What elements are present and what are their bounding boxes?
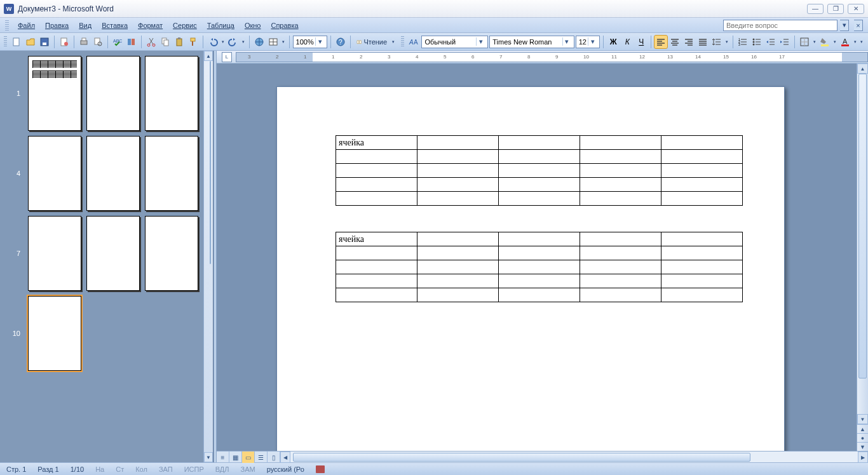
menu-edit[interactable]: Правка xyxy=(41,20,72,30)
table-cell[interactable] xyxy=(580,232,661,246)
table-cell[interactable] xyxy=(661,246,743,260)
highlight-dropdown[interactable]: ▾ xyxy=(832,39,837,44)
undo-button[interactable] xyxy=(207,36,219,48)
font-color-button[interactable]: A xyxy=(839,36,851,48)
table-cell[interactable] xyxy=(661,136,743,150)
status-ovr[interactable]: ЗАМ xyxy=(241,465,255,473)
table-cell[interactable]: ячейка xyxy=(336,232,417,246)
document-table-2[interactable]: ячейка xyxy=(336,232,743,302)
table-cell[interactable] xyxy=(336,150,417,164)
table-cell[interactable] xyxy=(499,246,580,260)
menu-help[interactable]: Справка xyxy=(267,20,302,30)
web-view-button[interactable]: ▦ xyxy=(229,452,242,463)
table-cell[interactable] xyxy=(499,274,580,288)
thumbnail-page[interactable] xyxy=(28,136,81,211)
thumbnail-page[interactable] xyxy=(86,216,140,291)
hscroll-thumb[interactable] xyxy=(293,453,750,462)
table-cell[interactable] xyxy=(580,274,661,288)
next-page-icon[interactable]: ▼ xyxy=(857,442,868,451)
restore-button[interactable]: ❐ xyxy=(827,4,844,14)
font-size-combo[interactable]: 12▾ xyxy=(576,36,600,48)
align-justify-button[interactable] xyxy=(696,36,709,48)
status-trk[interactable]: ИСПР xyxy=(184,465,204,473)
table-cell[interactable] xyxy=(661,192,743,206)
menu-view[interactable]: Вид xyxy=(75,20,95,30)
table-cell[interactable] xyxy=(661,164,743,178)
toolbar-grip-1[interactable] xyxy=(4,36,7,48)
format-painter-button[interactable] xyxy=(187,36,200,48)
scroll-up-icon[interactable]: ▲ xyxy=(857,64,868,74)
table-cell[interactable] xyxy=(661,288,743,302)
table-cell[interactable]: ячейка xyxy=(336,136,417,150)
table-cell[interactable] xyxy=(417,260,499,274)
styles-pane-button[interactable]: AA xyxy=(407,36,420,48)
outline-view-button[interactable]: ☰ xyxy=(255,452,268,463)
table-cell[interactable] xyxy=(661,232,743,246)
table-cell[interactable] xyxy=(580,178,661,192)
thumbnail-page[interactable] xyxy=(145,56,198,131)
align-center-button[interactable] xyxy=(668,36,681,48)
underline-button[interactable]: Ч xyxy=(635,36,648,48)
table-cell[interactable] xyxy=(417,164,499,178)
scroll-up-icon[interactable]: ▲ xyxy=(204,51,213,61)
scroll-left-icon[interactable]: ◀ xyxy=(280,452,290,463)
document-canvas[interactable]: ячейка ячейка xyxy=(217,64,857,451)
scroll-down-icon[interactable]: ▼ xyxy=(204,452,213,462)
table-cell[interactable] xyxy=(580,164,661,178)
menu-file[interactable]: Файл xyxy=(14,20,39,30)
ask-dropdown[interactable]: ▾ xyxy=(840,20,849,31)
table-cell[interactable] xyxy=(661,178,743,192)
print-button[interactable] xyxy=(78,36,90,48)
scroll-down-icon[interactable]: ▼ xyxy=(857,414,868,424)
spellcheck-button[interactable]: ABC xyxy=(111,36,124,48)
vscroll-thumb[interactable] xyxy=(858,74,867,378)
save-button[interactable] xyxy=(38,36,51,48)
table-cell[interactable] xyxy=(580,246,661,260)
table-cell[interactable] xyxy=(661,274,743,288)
table-cell[interactable] xyxy=(499,164,580,178)
bold-button[interactable]: Ж xyxy=(607,36,620,48)
font-combo[interactable]: Times New Roman▾ xyxy=(489,36,574,48)
research-button[interactable] xyxy=(125,36,138,48)
table-cell[interactable] xyxy=(336,260,417,274)
thumbnail-page[interactable] xyxy=(28,56,81,131)
tab-selector-button[interactable]: L xyxy=(222,52,232,62)
table-cell[interactable] xyxy=(336,246,417,260)
table-cell[interactable] xyxy=(499,288,580,302)
table-cell[interactable] xyxy=(580,288,661,302)
italic-button[interactable]: К xyxy=(621,36,634,48)
close-doc-button[interactable]: × xyxy=(854,20,863,31)
prev-page-icon[interactable]: ▲ xyxy=(857,424,868,433)
spell-status-icon[interactable] xyxy=(316,465,325,473)
table-cell[interactable] xyxy=(417,192,499,206)
menu-table[interactable]: Таблица xyxy=(203,20,238,30)
table-cell[interactable] xyxy=(417,178,499,192)
status-rec[interactable]: ЗАП xyxy=(159,465,173,473)
status-ext[interactable]: ВДЛ xyxy=(215,465,229,473)
style-combo[interactable]: Обычный▾ xyxy=(421,36,488,48)
font-color-dropdown[interactable]: ▾ xyxy=(853,39,858,44)
redo-dropdown[interactable]: ▾ xyxy=(241,39,246,44)
table-cell[interactable] xyxy=(417,136,499,150)
ask-question-box[interactable]: Введите вопрос xyxy=(723,20,837,31)
menu-format[interactable]: Формат xyxy=(134,20,166,30)
reading-view-button[interactable]: ▯ xyxy=(268,452,280,463)
new-doc-button[interactable] xyxy=(10,36,23,48)
decrease-indent-button[interactable] xyxy=(764,36,777,48)
table-cell[interactable] xyxy=(336,192,417,206)
borders-button[interactable] xyxy=(798,36,811,48)
redo-button[interactable] xyxy=(227,36,240,48)
print-preview-button[interactable] xyxy=(92,36,104,48)
thumbnails-scrollbar[interactable]: ▲ ▼ xyxy=(203,51,213,462)
menu-tools[interactable]: Сервис xyxy=(169,20,201,30)
thumbnail-page[interactable] xyxy=(28,296,81,371)
document-table-1[interactable]: ячейка xyxy=(336,135,743,206)
horizontal-ruler[interactable]: L 3211234567891011121314151617 xyxy=(217,51,868,64)
thumbnail-page[interactable] xyxy=(86,136,140,211)
table-cell[interactable] xyxy=(580,136,661,150)
zoom-combo[interactable]: 100%▾ xyxy=(293,36,328,48)
status-section[interactable]: Разд 1 xyxy=(37,465,58,473)
undo-dropdown[interactable]: ▾ xyxy=(220,39,226,44)
toolbar-overflow-1[interactable]: ▾ xyxy=(391,39,396,44)
toolbar-overflow-2[interactable]: ▾ xyxy=(859,39,864,44)
